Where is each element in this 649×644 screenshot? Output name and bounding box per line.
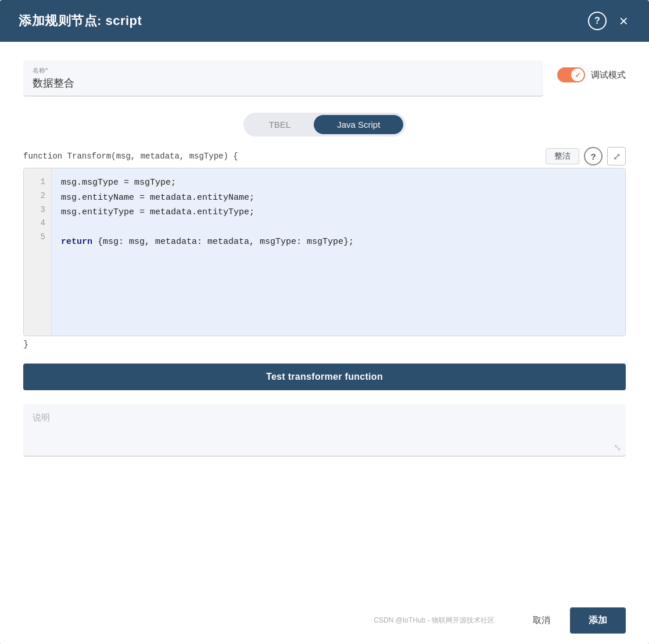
code-line-3: msg.entityType = metadata.entityType; bbox=[61, 205, 616, 220]
title-prefix: 添加规则节点: bbox=[19, 13, 105, 28]
footer-note: CSDN @IoTHub - 物联网开源技术社区 bbox=[23, 616, 513, 625]
code-line-5: return {msg: msg, metadata: metadata, ms… bbox=[61, 235, 616, 250]
debug-toggle[interactable]: ✓ 调试模式 bbox=[557, 60, 626, 82]
resize-handle-icon: ⤡ bbox=[614, 443, 621, 452]
expand-icon: ⤢ bbox=[613, 151, 621, 162]
dialog-body: 名称* 数据整合 ✓ 调试模式 TBEL Java Script f bbox=[0, 42, 649, 598]
dialog-container: 添加规则节点: script ? × 名称* 数据整合 ✓ 调试模式 bbox=[0, 0, 649, 644]
line-num-1: 1 bbox=[30, 175, 45, 189]
code-line-4 bbox=[61, 220, 616, 235]
code-line-2: msg.entityName = metadata.entityName; bbox=[61, 190, 616, 206]
line-num-4: 4 bbox=[30, 217, 45, 231]
add-button[interactable]: 添加 bbox=[570, 607, 626, 634]
name-row: 名称* 数据整合 ✓ 调试模式 bbox=[23, 60, 626, 96]
name-field[interactable]: 名称* 数据整合 bbox=[23, 60, 543, 96]
code-content: msg.msgType = msgType; msg.entityName = … bbox=[52, 168, 625, 336]
title-suffix: script bbox=[105, 13, 142, 28]
line-num-5: 5 bbox=[30, 231, 45, 244]
toggle-track[interactable]: ✓ bbox=[557, 67, 585, 82]
tab-javascript[interactable]: Java Script bbox=[314, 115, 403, 134]
expand-button[interactable]: ⤢ bbox=[607, 147, 626, 166]
close-button[interactable]: × bbox=[617, 13, 630, 28]
code-editor[interactable]: 1 2 3 4 5 msg.msgType = msgType; msg.ent… bbox=[23, 168, 626, 336]
help-icon-label: ? bbox=[590, 152, 596, 161]
dialog-footer: CSDN @IoTHub - 物联网开源技术社区 取消 添加 bbox=[0, 598, 649, 644]
line-num-3: 3 bbox=[30, 203, 45, 217]
tab-group: TBEL Java Script bbox=[243, 113, 406, 136]
tab-row: TBEL Java Script bbox=[23, 113, 626, 136]
code-line-1: msg.msgType = msgType; bbox=[61, 175, 616, 190]
code-help-button[interactable]: ? bbox=[584, 147, 603, 166]
code-section: function Transform(msg, metadata, msgTyp… bbox=[23, 147, 626, 359]
name-label: 名称* bbox=[33, 66, 534, 75]
code-fn-header: function Transform(msg, metadata, msgTyp… bbox=[23, 147, 626, 166]
toggle-check-icon: ✓ bbox=[575, 71, 581, 80]
line-num-2: 2 bbox=[30, 189, 45, 203]
desc-placeholder: 说明 bbox=[33, 412, 50, 422]
debug-label: 调试模式 bbox=[591, 70, 626, 81]
cancel-button[interactable]: 取消 bbox=[522, 609, 561, 632]
code-closing-brace: } bbox=[23, 340, 626, 350]
test-transformer-button[interactable]: Test transformer function bbox=[23, 364, 626, 390]
desc-box[interactable]: 说明 ⤡ bbox=[23, 404, 626, 456]
toggle-knob: ✓ bbox=[571, 69, 584, 81]
line-numbers: 1 2 3 4 5 bbox=[24, 168, 52, 336]
desc-section: 说明 ⤡ bbox=[23, 404, 626, 456]
dialog-header: 添加规则节点: script ? × bbox=[0, 0, 649, 42]
help-button[interactable]: ? bbox=[588, 12, 607, 30]
fn-signature: function Transform(msg, metadata, msgTyp… bbox=[23, 152, 238, 161]
tidy-button[interactable]: 整洁 bbox=[546, 148, 579, 164]
name-value: 数据整合 bbox=[33, 76, 534, 90]
dialog-title: 添加规则节点: script bbox=[19, 12, 142, 30]
tab-tbel[interactable]: TBEL bbox=[246, 115, 314, 134]
code-tools: 整洁 ? ⤢ bbox=[546, 147, 626, 166]
header-actions: ? × bbox=[588, 12, 630, 30]
